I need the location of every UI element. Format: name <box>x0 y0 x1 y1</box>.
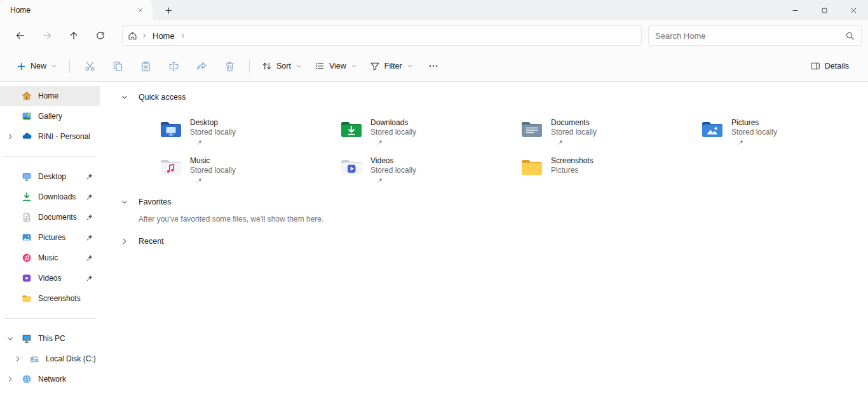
chevron-down-icon[interactable] <box>121 198 128 206</box>
quick-access-tile-screenshots[interactable]: Screenshots Pictures <box>521 152 702 191</box>
minimize-button[interactable] <box>780 0 810 20</box>
sidebar-item-screenshots[interactable]: Screenshots <box>0 288 100 309</box>
new-tab-button[interactable] <box>159 0 178 20</box>
documents-icon <box>22 212 32 222</box>
quick-access-tile-music[interactable]: Music Stored locally <box>160 152 341 191</box>
search-icon[interactable] <box>845 31 855 41</box>
section-title: Quick access <box>139 93 186 102</box>
view-button[interactable]: View <box>308 55 363 77</box>
details-pane-icon <box>810 61 820 71</box>
section-header-recent[interactable]: Recent <box>121 235 868 248</box>
quick-access-tile-documents[interactable]: Documents Stored locally <box>521 114 702 152</box>
breadcrumb-chevron-icon[interactable] <box>141 32 147 39</box>
sort-button[interactable]: Sort <box>255 55 308 77</box>
folder-icon <box>22 293 32 304</box>
pin-icon <box>738 139 744 145</box>
more-options-button[interactable] <box>419 55 447 77</box>
titlebar: Home <box>0 0 868 20</box>
chevron-right-icon[interactable] <box>121 238 128 245</box>
sidebar-item-pictures[interactable]: Pictures <box>0 227 100 248</box>
sidebar-item-label: Gallery <box>38 112 62 121</box>
tile-name: Music <box>190 156 210 166</box>
content-area: Home Gallery RINI - Personal Desktop <box>0 82 868 395</box>
sidebar-divider <box>4 318 96 319</box>
chevron-right-icon[interactable] <box>6 133 14 140</box>
quick-access-tile-downloads[interactable]: Downloads Stored locally <box>341 114 521 152</box>
maximize-button[interactable] <box>810 0 839 20</box>
pictures-folder-icon <box>702 120 723 138</box>
this-pc-icon <box>22 333 32 344</box>
sidebar-item-documents[interactable]: Documents <box>0 207 100 227</box>
sidebar-item-label: Desktop <box>38 172 66 181</box>
copy-button[interactable] <box>104 55 132 77</box>
quick-access-tile-desktop[interactable]: Desktop Stored locally <box>160 114 341 152</box>
delete-button[interactable] <box>215 55 243 77</box>
sidebar-item-label: Network <box>38 375 66 384</box>
sidebar-item-downloads[interactable]: Downloads <box>0 187 100 207</box>
refresh-button[interactable] <box>88 24 113 47</box>
sidebar-item-home[interactable]: Home <box>0 86 100 106</box>
breadcrumb-home-icon[interactable] <box>128 31 137 41</box>
sidebar-item-label: Home <box>38 91 58 100</box>
music-folder-icon <box>160 158 182 176</box>
chevron-right-icon[interactable] <box>6 375 14 383</box>
navigation-bar: Home <box>0 20 868 51</box>
up-button[interactable] <box>61 24 86 47</box>
section-header-quick-access[interactable]: Quick access <box>121 91 868 104</box>
pin-icon <box>377 139 383 145</box>
new-button-label: New <box>31 62 46 70</box>
tile-name: Screenshots <box>551 156 593 166</box>
breadcrumb-chevron-icon[interactable] <box>180 32 186 39</box>
share-icon <box>196 61 207 72</box>
cut-button[interactable] <box>76 55 104 77</box>
new-button[interactable]: New <box>10 55 64 77</box>
chevron-right-icon[interactable] <box>14 355 22 363</box>
sidebar-item-music[interactable]: Music <box>0 248 100 268</box>
quick-access-tile-videos[interactable]: Videos Stored locally <box>341 152 521 191</box>
back-button[interactable] <box>8 24 33 47</box>
rename-button[interactable] <box>159 55 187 77</box>
sidebar-item-local-disk-c[interactable]: Local Disk (C:) <box>0 349 100 369</box>
share-button[interactable] <box>187 55 215 77</box>
forward-button[interactable] <box>34 24 60 47</box>
paste-button[interactable] <box>132 55 159 77</box>
sidebar-item-label: This PC <box>38 334 65 343</box>
documents-folder-icon <box>521 120 543 138</box>
favorites-empty-message: After you've favorited some files, we'll… <box>139 215 868 224</box>
toolbar-separator <box>69 59 70 73</box>
sidebar-item-network[interactable]: Network <box>0 369 100 389</box>
tile-name: Documents <box>551 118 590 128</box>
sidebar-item-videos[interactable]: Videos <box>0 268 100 288</box>
details-button[interactable]: Details <box>804 55 855 77</box>
sort-button-label: Sort <box>276 62 291 70</box>
filter-icon <box>370 61 380 71</box>
chevron-down-icon[interactable] <box>6 335 14 342</box>
main-pane: Quick access Desktop Stored locally <box>100 82 868 395</box>
section-header-favorites[interactable]: Favorites <box>121 196 868 208</box>
sidebar-item-this-pc[interactable]: This PC <box>0 328 100 349</box>
paste-icon <box>140 61 151 72</box>
tile-detail: Stored locally <box>370 166 416 175</box>
details-button-label: Details <box>825 62 849 70</box>
rename-icon <box>168 61 179 72</box>
filter-button[interactable]: Filter <box>363 55 419 77</box>
quick-access-tile-pictures[interactable]: Pictures Stored locally <box>702 114 868 152</box>
folder-icon <box>521 158 543 176</box>
chevron-down-icon[interactable] <box>121 93 128 101</box>
quick-access-grid: Desktop Stored locally Downloads Stored … <box>160 114 868 191</box>
address-bar[interactable]: Home <box>122 25 642 46</box>
explorer-tab[interactable]: Home <box>0 0 153 20</box>
command-bar: New Sort View <box>0 51 868 82</box>
sidebar-item-gallery[interactable]: Gallery <box>0 106 100 126</box>
hard-drive-icon <box>29 354 39 364</box>
sidebar-item-desktop[interactable]: Desktop <box>0 166 100 187</box>
close-button[interactable] <box>839 0 868 20</box>
tab-close-icon[interactable] <box>133 3 147 17</box>
pictures-icon <box>22 232 32 243</box>
search-input[interactable] <box>655 31 840 41</box>
search-box[interactable] <box>648 25 862 46</box>
plus-icon <box>17 62 26 71</box>
breadcrumb-segment[interactable]: Home <box>151 31 176 41</box>
network-icon <box>22 374 32 384</box>
sidebar-item-onedrive-personal[interactable]: RINI - Personal <box>0 126 100 147</box>
